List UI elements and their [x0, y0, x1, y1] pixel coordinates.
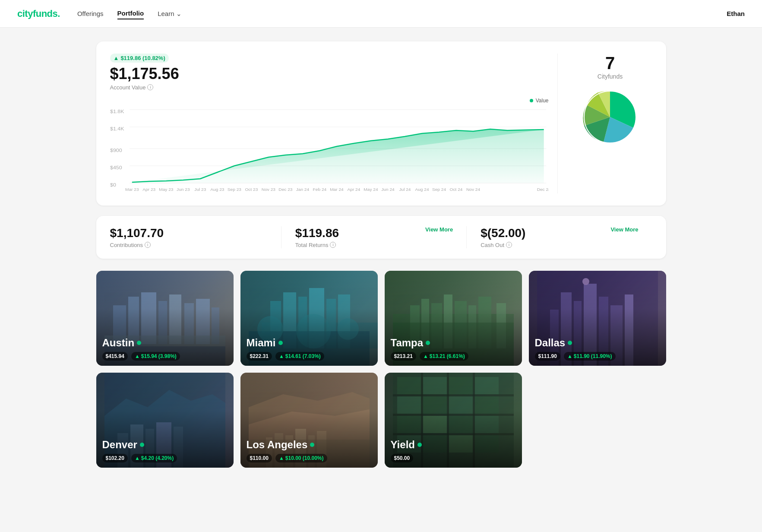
nav-learn-label: Learn	[158, 10, 174, 17]
dallas-value: $111.90	[535, 352, 560, 361]
tampa-return: ▲ $13.21 (6.61%)	[420, 352, 468, 361]
city-card-miami[interactable]: Miami $222.31 ▲ $14.61 (7.03%)	[240, 271, 378, 366]
austin-info: Austin $415.94 ▲ $15.94 (3.98%)	[96, 332, 234, 366]
svg-text:Aug 23: Aug 23	[210, 187, 224, 191]
austin-value: $415.94	[102, 352, 128, 361]
pie-label: Cityfunds	[598, 73, 623, 80]
chart-legend: Value	[110, 98, 549, 104]
svg-text:Jan 24: Jan 24	[296, 187, 309, 191]
svg-text:$0: $0	[110, 182, 116, 187]
total-returns-info-icon[interactable]: i	[330, 242, 336, 248]
yield-value: $50.00	[391, 454, 414, 462]
user-name: Ethan	[727, 10, 745, 17]
total-returns-view-more[interactable]: View More	[425, 226, 453, 233]
dallas-return: ▲ $11.90 (11.90%)	[564, 352, 616, 361]
logo-text: cityfunds.	[17, 8, 60, 19]
city-card-austin[interactable]: Austin $415.94 ▲ $15.94 (3.98%)	[96, 271, 234, 366]
denver-return: ▲ $4.20 (4.20%)	[131, 454, 177, 462]
total-returns-label: Total Returns i	[295, 242, 339, 248]
cash-out-info-icon[interactable]: i	[506, 242, 512, 248]
account-label: Account Value i	[110, 84, 549, 91]
dallas-name-text: Dallas	[535, 337, 566, 349]
miami-name-text: Miami	[247, 337, 276, 349]
city-grid-bottom: Denver $102.20 ▲ $4.20 (4.20%)	[96, 373, 666, 468]
logo-dot: .	[57, 8, 60, 19]
austin-name-text: Austin	[102, 337, 135, 349]
svg-text:$450: $450	[110, 165, 122, 170]
svg-text:May 24: May 24	[364, 187, 378, 191]
austin-badges: $415.94 ▲ $15.94 (3.98%)	[102, 352, 228, 361]
portfolio-chart: $1.8K $1.4K $900 $450 $0	[110, 105, 549, 192]
svg-text:Oct 23: Oct 23	[245, 187, 258, 191]
pie-section: 7 Cityfunds	[557, 54, 652, 193]
la-name-text: Los Angeles	[247, 439, 308, 451]
account-value: $1,175.56	[110, 65, 549, 82]
austin-name: Austin	[102, 337, 228, 349]
svg-text:$1.4K: $1.4K	[110, 126, 124, 131]
cash-out-view-more[interactable]: View More	[610, 226, 638, 233]
nav-learn[interactable]: Learn ⌄	[158, 8, 181, 19]
city-grid-top: Austin $415.94 ▲ $15.94 (3.98%)	[96, 271, 666, 366]
svg-text:Oct 24: Oct 24	[449, 187, 463, 191]
cash-out-label: Cash Out i	[481, 242, 525, 248]
total-returns-header: $119.86 Total Returns i View More	[295, 226, 453, 248]
chart-section: ▲ $119.86 (10.82%) $1,175.56 Account Val…	[110, 54, 549, 193]
contributions-label: Contributions i	[110, 242, 268, 248]
miami-value: $222.31	[247, 352, 272, 361]
svg-text:$900: $900	[110, 147, 122, 152]
account-value-info-icon[interactable]: i	[147, 84, 153, 90]
denver-value: $102.20	[102, 454, 128, 462]
dallas-badges: $111.90 ▲ $11.90 (11.90%)	[535, 352, 660, 361]
tampa-name-text: Tampa	[391, 337, 424, 349]
svg-text:Jun 24: Jun 24	[381, 187, 395, 191]
pie-count: 7	[605, 54, 615, 73]
tampa-value: $213.21	[391, 352, 416, 361]
city-card-dallas[interactable]: Dallas $111.90 ▲ $11.90 (11.90%)	[529, 271, 666, 366]
cash-out-value: $(52.00)	[481, 226, 525, 240]
dallas-name: Dallas	[535, 337, 660, 349]
stats-row: $1,107.70 Contributions i $119.86 Total …	[96, 216, 666, 259]
nav-offerings[interactable]: Offerings	[77, 8, 104, 19]
total-returns-value: $119.86	[295, 226, 339, 240]
la-badges: $110.00 ▲ $10.00 (10.00%)	[247, 454, 372, 462]
denver-dot	[140, 443, 144, 447]
dallas-dot	[568, 341, 572, 345]
yield-name: Yield	[391, 439, 516, 451]
logo[interactable]: cityfunds.	[17, 8, 60, 19]
contributions-info-icon[interactable]: i	[145, 242, 151, 248]
chevron-down-icon: ⌄	[176, 10, 182, 18]
yield-info: Yield $50.00	[385, 434, 522, 468]
gain-badge: ▲ $119.86 (10.82%)	[110, 54, 169, 63]
city-card-denver[interactable]: Denver $102.20 ▲ $4.20 (4.20%)	[96, 373, 234, 468]
city-card-tampa[interactable]: Tampa $213.21 ▲ $13.21 (6.61%)	[385, 271, 522, 366]
yield-name-text: Yield	[391, 439, 415, 451]
legend-label: Value	[536, 98, 549, 104]
denver-info: Denver $102.20 ▲ $4.20 (4.20%)	[96, 434, 234, 468]
miami-badges: $222.31 ▲ $14.61 (7.03%)	[247, 352, 372, 361]
miami-return: ▲ $14.61 (7.03%)	[275, 352, 324, 361]
stat-cash-out: $(52.00) Cash Out i View More	[467, 226, 652, 248]
nav-links: Offerings Portfolio Learn ⌄	[77, 8, 727, 19]
gain-arrow-icon: ▲	[114, 55, 119, 61]
miami-info: Miami $222.31 ▲ $14.61 (7.03%)	[240, 332, 378, 366]
austin-dot	[137, 341, 141, 345]
svg-text:Sep 24: Sep 24	[432, 187, 446, 191]
navbar: cityfunds. Offerings Portfolio Learn ⌄ E…	[0, 0, 762, 28]
la-dot	[310, 443, 314, 447]
contributions-value: $1,107.70	[110, 226, 268, 240]
svg-text:Dec 23: Dec 23	[278, 187, 292, 191]
svg-text:$1.8K: $1.8K	[110, 108, 124, 114]
nav-portfolio[interactable]: Portfolio	[117, 8, 144, 19]
svg-text:Mar 24: Mar 24	[330, 187, 344, 191]
top-panel: ▲ $119.86 (10.82%) $1,175.56 Account Val…	[96, 41, 666, 206]
yield-badges: $50.00	[391, 454, 516, 462]
la-return: ▲ $10.00 (10.00%)	[275, 454, 327, 462]
city-card-yield[interactable]: Yield $50.00	[385, 373, 522, 468]
miami-name: Miami	[247, 337, 372, 349]
denver-name: Denver	[102, 439, 228, 451]
cash-out-header: $(52.00) Cash Out i View More	[481, 226, 638, 248]
svg-text:Nov 23: Nov 23	[261, 187, 275, 191]
stat-total-returns: $119.86 Total Returns i View More	[281, 226, 467, 248]
city-card-la[interactable]: Los Angeles $110.00 ▲ $10.00 (10.00%)	[240, 373, 378, 468]
svg-text:Jul 24: Jul 24	[399, 187, 411, 191]
